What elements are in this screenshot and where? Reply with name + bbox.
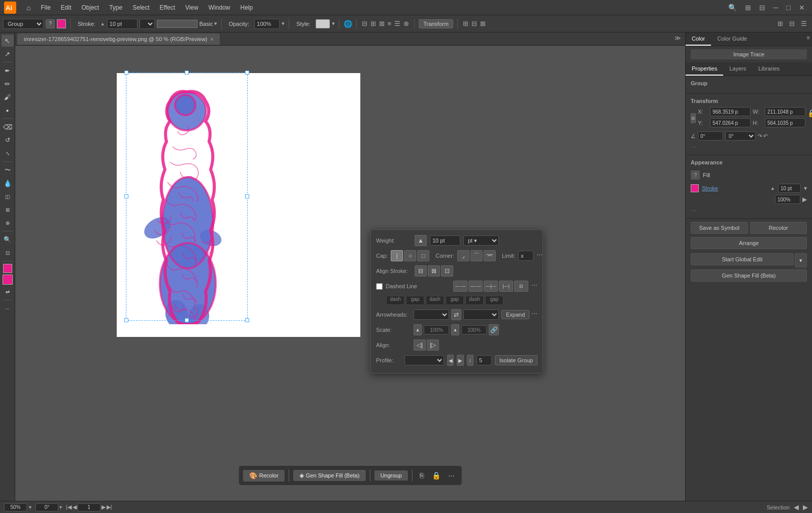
limit-input[interactable]: [518, 251, 533, 261]
ungroup-btn-bottom[interactable]: Ungroup: [374, 470, 408, 481]
menu-view[interactable]: View: [181, 3, 202, 12]
stroke-appearance-swatch[interactable]: [691, 184, 699, 192]
stroke-appearance-label[interactable]: Stroke: [702, 185, 718, 191]
menu-window[interactable]: Window: [205, 3, 234, 12]
tool-shape-build[interactable]: ⊕: [2, 217, 14, 229]
start-global-edit-btn[interactable]: Start Global Edit: [691, 253, 794, 265]
expand-panels-icon[interactable]: ⊞: [775, 19, 785, 28]
tool-rotate[interactable]: ↺: [2, 134, 14, 146]
scale-up-2[interactable]: ▲: [451, 324, 459, 335]
opacity-input[interactable]: [254, 19, 280, 29]
dashed-checkbox[interactable]: [376, 283, 383, 290]
dashed-style-5[interactable]: ⊟: [514, 281, 528, 292]
stroke-dropdown-icon[interactable]: ▾: [214, 20, 217, 27]
align-right-btn[interactable]: |▷: [427, 339, 439, 351]
help-icon[interactable]: ?: [46, 19, 55, 28]
transform-icon-2[interactable]: ⊟: [470, 19, 478, 28]
arrange-btn[interactable]: Arrange: [691, 237, 807, 249]
corner-round[interactable]: ⌒: [470, 250, 483, 261]
tool-gradient[interactable]: ◫: [2, 190, 14, 202]
corner-bevel[interactable]: ⌤: [484, 250, 496, 261]
profile-nav-1[interactable]: ↕: [467, 355, 473, 366]
tool-artboard[interactable]: ⊡: [2, 247, 14, 259]
transform-icon-1[interactable]: ⊞: [462, 19, 469, 28]
stroke-color-tool[interactable]: [3, 275, 12, 284]
arrow-start-select[interactable]: [414, 310, 449, 320]
expand-btn[interactable]: Expand: [501, 310, 529, 319]
align-outside[interactable]: ⊡: [441, 265, 453, 277]
group-selector[interactable]: Group: [3, 19, 44, 29]
isolate-group-btn[interactable]: Isolate Group: [495, 355, 537, 365]
tool-pencil[interactable]: ✏: [2, 78, 14, 90]
rotate-cw-icon[interactable]: ↷: [758, 133, 762, 140]
fill-color-swatch[interactable]: [3, 264, 12, 273]
layers-tab[interactable]: Layers: [723, 62, 752, 76]
page-input[interactable]: [78, 503, 100, 511]
swap-colors-icon[interactable]: ⇄: [2, 286, 14, 298]
zoom-dropdown-icon[interactable]: ▾: [29, 504, 31, 510]
arrange-windows-icon[interactable]: ⊞: [742, 3, 754, 13]
transform-grid-icon[interactable]: ⊞: [691, 113, 696, 123]
home-icon[interactable]: ⌂: [22, 3, 35, 13]
more-arrows-icon[interactable]: ···: [531, 309, 537, 317]
more-dashed-icon[interactable]: ···: [531, 281, 537, 289]
menu-object[interactable]: Object: [78, 3, 104, 12]
cap-butt[interactable]: |: [391, 250, 403, 261]
tool-more[interactable]: ···: [2, 302, 14, 315]
opacity-expand-icon[interactable]: ▶: [802, 196, 807, 203]
properties-tab[interactable]: Properties: [686, 62, 723, 76]
panel-collapse-icon[interactable]: ≫: [672, 32, 683, 44]
menu-select[interactable]: Select: [128, 3, 153, 12]
profile-next[interactable]: ▶: [457, 355, 463, 366]
appearance-more-icon[interactable]: ···: [691, 206, 807, 214]
tool-eraser[interactable]: ⌫: [2, 121, 14, 133]
dash-2[interactable]: dash: [426, 296, 444, 305]
scale-up-1[interactable]: ▲: [414, 324, 422, 335]
weight-input[interactable]: [430, 235, 460, 246]
tool-brush[interactable]: 🖌: [2, 91, 14, 103]
dash-3[interactable]: dash: [465, 296, 484, 305]
weight-up[interactable]: ▲: [415, 235, 427, 246]
w-input[interactable]: [765, 107, 805, 116]
minimize-icon[interactable]: ─: [770, 3, 782, 13]
dashed-style-4[interactable]: |—|: [499, 281, 513, 292]
x-input[interactable]: [710, 107, 751, 116]
tool-blob-brush[interactable]: ●: [2, 104, 14, 116]
page-last[interactable]: ▶|: [107, 504, 112, 510]
profile-select[interactable]: [404, 355, 444, 365]
align-icon-6[interactable]: ⊗: [402, 19, 410, 28]
tab-close-icon[interactable]: ×: [211, 37, 214, 42]
page-first[interactable]: |◀: [66, 504, 72, 510]
recolor-btn-panel[interactable]: Recolor: [750, 222, 807, 234]
libraries-tab[interactable]: Libraries: [752, 62, 786, 76]
corner-miter[interactable]: ⌟: [457, 250, 469, 261]
gap-1[interactable]: gap: [406, 296, 424, 305]
fill-swatch[interactable]: [57, 19, 66, 28]
scale-chain-icon[interactable]: 🔗: [489, 324, 499, 335]
align-icon-5[interactable]: ☰: [393, 19, 401, 28]
gen-shape-fill-btn-bottom[interactable]: ◈ Gen Shape Fill (Beta): [293, 470, 366, 481]
angle-status-dropdown[interactable]: ▾: [59, 504, 62, 510]
image-trace-btn[interactable]: Image Trace: [691, 49, 807, 59]
collapse-panels-icon[interactable]: ⊟: [787, 19, 797, 28]
menu-help[interactable]: Help: [236, 3, 257, 12]
gap-3[interactable]: gap: [485, 296, 503, 305]
tool-direct-select[interactable]: ↗: [2, 48, 14, 60]
search-icon[interactable]: 🔍: [725, 3, 740, 13]
transform-button[interactable]: Transform: [419, 19, 453, 28]
lock-icon-btn[interactable]: 🔒: [429, 470, 444, 481]
scale-input-2[interactable]: [461, 325, 487, 334]
angle-select[interactable]: 0°: [725, 131, 756, 141]
angle-input[interactable]: [698, 131, 723, 141]
more-btn-bottom[interactable]: ···: [446, 470, 458, 481]
menu-edit[interactable]: Edit: [57, 3, 76, 12]
angle-status-input[interactable]: [36, 503, 58, 511]
page-prev[interactable]: ◀: [73, 504, 77, 510]
tool-eyedropper[interactable]: 💧: [2, 177, 14, 189]
fullscreen-icon[interactable]: ⊟: [756, 3, 768, 13]
stroke-weight-input[interactable]: 10 pt: [107, 19, 138, 29]
maximize-icon[interactable]: □: [784, 3, 794, 13]
lock-aspect-icon[interactable]: 🔒: [807, 109, 812, 117]
style-dropdown-icon[interactable]: ▾: [332, 20, 335, 27]
gap-2[interactable]: gap: [446, 296, 464, 305]
